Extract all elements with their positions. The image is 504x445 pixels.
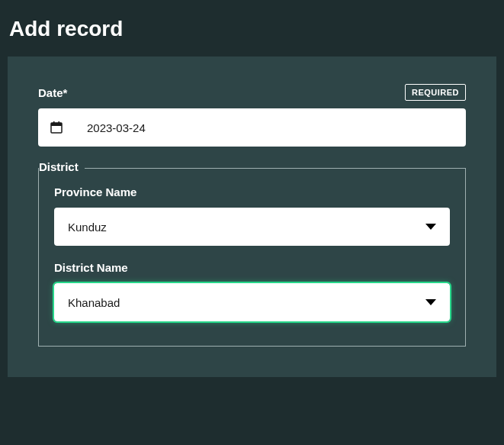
date-value: 2023-03-24 [87,121,146,134]
district-legend: District [39,160,85,173]
district-name-value: Khanabad [68,296,120,309]
date-input[interactable]: 2023-03-24 [38,108,466,147]
province-field: Province Name Kunduz [54,185,450,246]
chevron-down-icon [425,224,436,230]
required-badge: REQUIRED [405,84,466,101]
province-value: Kunduz [68,221,107,234]
chevron-down-icon [425,299,436,305]
district-fieldset: District Province Name Kunduz District N… [38,168,466,347]
svg-rect-2 [53,121,55,124]
district-name-label: District Name [54,261,450,274]
page-title: Add record [8,8,496,56]
district-name-select[interactable]: Khanabad [54,283,450,321]
district-name-field: District Name Khanabad [54,261,450,321]
date-field: Date* REQUIRED 2023-03-24 [38,84,466,147]
page-container: Add record Date* REQUIRED 2023-03-24 Dis… [0,0,504,385]
form-panel: Date* REQUIRED 2023-03-24 District Provi… [8,56,496,377]
date-field-header: Date* REQUIRED [38,84,466,101]
province-label: Province Name [54,185,450,198]
svg-rect-1 [51,123,62,126]
svg-rect-3 [59,121,60,124]
date-label: Date* [38,86,67,99]
calendar-icon [50,121,63,134]
province-select[interactable]: Kunduz [54,208,450,246]
